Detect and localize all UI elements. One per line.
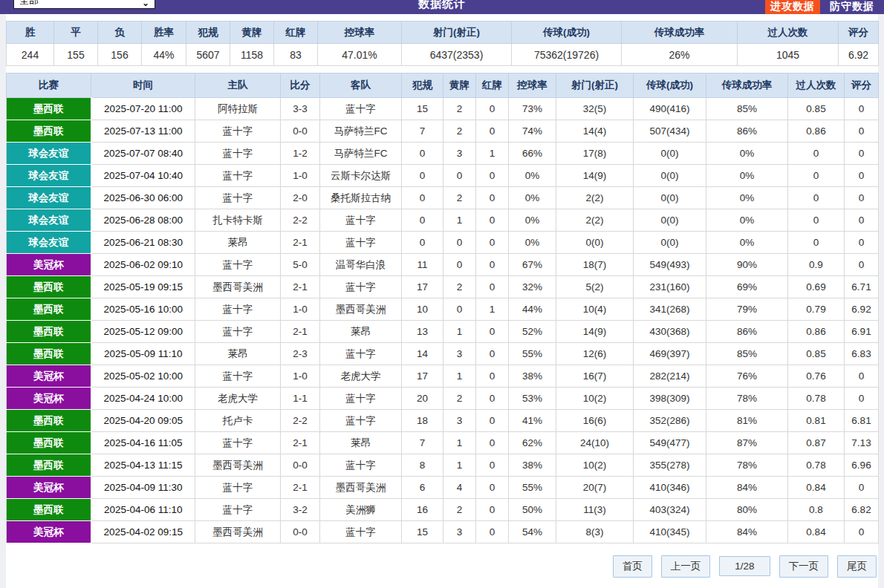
column-header: 传球(成功) <box>634 74 706 98</box>
possession-cell: 0% <box>509 165 556 187</box>
column-header: 比赛 <box>7 74 91 98</box>
summary-header-cell: 犯规 <box>186 22 230 44</box>
time-cell: 2025-06-30 06:00 <box>91 187 195 209</box>
fouls-cell: 0 <box>402 232 443 254</box>
rating-cell: 0 <box>845 365 879 388</box>
home-team-cell: 扎卡特卡斯 <box>195 209 281 232</box>
topbar-buttons: 进攻数据 防守数据 <box>765 0 880 14</box>
score-cell: 2-1 <box>281 276 320 298</box>
next-page-button[interactable]: 下一页 <box>779 555 829 578</box>
dribbles-cell: 0.9 <box>788 254 845 276</box>
score-cell: 2-1 <box>281 232 320 254</box>
yellow-cards-cell: 3 <box>443 521 476 543</box>
pass-rate-cell: 86% <box>706 321 788 343</box>
filter-select[interactable]: 全部 ⌄ <box>13 0 155 9</box>
red-cards-cell: 0 <box>476 365 509 388</box>
shots-cell: 16(7) <box>556 365 634 388</box>
passes-cell: 341(268) <box>634 298 706 321</box>
rating-cell: 0 <box>845 477 879 499</box>
first-page-button[interactable]: 首页 <box>613 555 652 578</box>
top-bar: 全部 ⌄ 数据统计 进攻数据 防守数据 <box>0 0 884 14</box>
summary-header-cell: 平 <box>54 22 98 44</box>
summary-header-row: 胜平负胜率犯规黄牌红牌控球率射门(射正)传球(成功)传球成功率过人次数评分 <box>7 22 879 44</box>
rating-cell: 0 <box>845 232 879 254</box>
passes-cell: 0(0) <box>634 165 706 187</box>
rating-cell: 6.91 <box>845 321 879 343</box>
red-cards-cell: 1 <box>476 143 509 165</box>
passes-cell: 410(345) <box>634 521 706 543</box>
rating-cell: 0 <box>845 165 879 187</box>
pass-rate-cell: 80% <box>706 499 788 521</box>
league-badge-cell: 美冠杯 <box>7 521 91 543</box>
red-cards-cell: 0 <box>476 165 509 187</box>
red-cards-cell: 0 <box>476 120 509 143</box>
fouls-cell: 0 <box>402 143 443 165</box>
time-cell: 2025-07-13 11:00 <box>91 120 195 143</box>
yellow-cards-cell: 0 <box>443 298 476 321</box>
away-team-cell: 莱昂 <box>320 321 402 343</box>
passes-cell: 0(0) <box>634 143 706 165</box>
defense-data-button[interactable]: 防守数据 <box>825 0 880 14</box>
column-header: 过人次数 <box>788 74 845 98</box>
home-team-cell: 蓝十字 <box>195 298 281 321</box>
possession-cell: 50% <box>509 499 556 521</box>
possession-cell: 32% <box>509 276 556 298</box>
home-team-cell: 墨西哥美洲 <box>195 521 281 543</box>
pass-rate-cell: 85% <box>706 343 788 365</box>
possession-cell: 74% <box>509 120 556 143</box>
page: 全部 ⌄ 数据统计 进攻数据 防守数据 胜平负胜率犯规黄牌红牌控球率射门(射正)… <box>6 0 878 588</box>
summary-value-cell: 5607 <box>186 44 230 66</box>
summary-value-cell: 156 <box>98 44 142 66</box>
shots-cell: 16(6) <box>556 410 634 432</box>
home-team-cell: 蓝十字 <box>195 165 281 187</box>
away-team-cell: 美洲狮 <box>320 499 402 521</box>
pass-rate-cell: 0% <box>706 232 788 254</box>
red-cards-cell: 0 <box>476 499 509 521</box>
shots-cell: 0(0) <box>556 232 634 254</box>
column-header: 时间 <box>91 74 195 98</box>
pass-rate-cell: 0% <box>706 209 788 232</box>
dribbles-cell: 0 <box>788 187 845 209</box>
shots-cell: 20(7) <box>556 477 634 499</box>
league-badge-cell: 墨西联 <box>7 321 91 343</box>
dribbles-cell: 0.78 <box>788 454 845 477</box>
fouls-cell: 15 <box>402 521 443 543</box>
time-cell: 2025-04-24 10:00 <box>91 388 195 410</box>
rating-cell: 7.13 <box>845 432 879 454</box>
pass-rate-cell: 0% <box>706 143 788 165</box>
dribbles-cell: 0 <box>788 209 845 232</box>
passes-cell: 0(0) <box>634 209 706 232</box>
shots-cell: 2(2) <box>556 187 634 209</box>
last-page-button[interactable]: 尾页 <box>837 555 877 578</box>
red-cards-cell: 0 <box>476 321 509 343</box>
yellow-cards-cell: 4 <box>443 477 476 499</box>
rating-cell: 0 <box>845 209 879 232</box>
away-team-cell: 莱昂 <box>320 432 402 454</box>
league-badge-cell: 球会友谊 <box>7 165 91 187</box>
score-cell: 2-2 <box>281 410 320 432</box>
passes-cell: 410(346) <box>634 477 706 499</box>
red-cards-cell: 0 <box>476 232 509 254</box>
fouls-cell: 11 <box>402 254 443 276</box>
summary-header-cell: 评分 <box>839 22 879 44</box>
attack-data-button[interactable]: 进攻数据 <box>765 0 820 14</box>
passes-cell: 403(324) <box>634 499 706 521</box>
possession-cell: 73% <box>509 98 556 120</box>
matches-table: 比赛时间主队比分客队犯规黄牌红牌控球率射门(射正)传球(成功)传球成功率过人次数… <box>6 73 879 543</box>
prev-page-button[interactable]: 上一页 <box>661 555 711 578</box>
pagination: 首页上一页1/28下一页尾页 <box>6 555 878 578</box>
column-header: 黄牌 <box>443 74 476 98</box>
shots-cell: 14(9) <box>556 165 634 187</box>
red-cards-cell: 0 <box>476 187 509 209</box>
fouls-cell: 13 <box>402 321 443 343</box>
time-cell: 2025-04-13 11:15 <box>91 454 195 477</box>
fouls-cell: 7 <box>402 432 443 454</box>
away-team-cell: 蓝十字 <box>320 410 402 432</box>
time-cell: 2025-06-02 09:10 <box>91 254 195 276</box>
yellow-cards-cell: 1 <box>443 365 476 388</box>
score-cell: 1-0 <box>281 165 320 187</box>
table-row: 墨西联2025-05-12 09:00蓝十字2-1莱昂131052%14(9)4… <box>7 321 879 343</box>
column-header: 控球率 <box>509 74 556 98</box>
column-header: 射门(射正) <box>556 74 634 98</box>
shots-cell: 17(8) <box>556 143 634 165</box>
